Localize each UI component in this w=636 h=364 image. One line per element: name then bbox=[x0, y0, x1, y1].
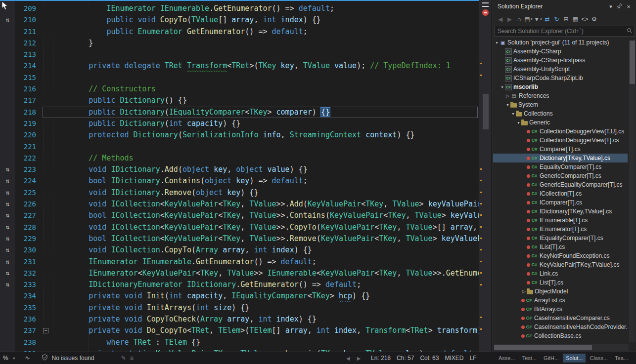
code-text[interactable]: private void Init(int capacity, IEqualit… bbox=[37, 290, 491, 302]
code-line-239[interactable]: ⇅239 private static KeyValuePair<TKey, T… bbox=[0, 348, 491, 352]
code-text[interactable]: private static KeyValuePair<TKey, TValue… bbox=[37, 348, 491, 352]
implements-override-glyph-icon[interactable]: ⇅ bbox=[0, 199, 15, 210]
nav-back-icon[interactable]: ◀ bbox=[346, 356, 350, 361]
code-line-210[interactable]: ⇅210 public void CopyTo(TValue[] array, … bbox=[0, 14, 491, 26]
line-ending-indicator[interactable]: LF bbox=[469, 355, 476, 362]
code-line-233[interactable]: ⇅233 IDictionaryEnumerator IDictionary.G… bbox=[0, 279, 491, 290]
breakpoint-margin[interactable] bbox=[0, 72, 15, 83]
code-text[interactable]: public Enumerator GetEnumerator() => def… bbox=[37, 26, 491, 38]
tree-item[interactable]: C#IEnumerable[T].cs bbox=[493, 216, 628, 225]
code-line-228[interactable]: ⇅228 void ICollection<KeyValuePair<TKey,… bbox=[0, 222, 491, 233]
activity-icon[interactable] bbox=[24, 355, 31, 362]
close-icon[interactable]: × bbox=[624, 3, 633, 10]
view-code-icon[interactable]: <> bbox=[580, 14, 590, 24]
implements-override-glyph-icon[interactable]: ⇅ bbox=[0, 187, 15, 199]
code-text[interactable]: private void Do_CopyTo<TRet, TElem>(TEle… bbox=[37, 325, 491, 336]
breakpoint-margin[interactable] bbox=[0, 107, 15, 118]
tree-item[interactable]: C#ICSharpCode.SharpZipLib bbox=[493, 74, 628, 82]
code-text[interactable]: bool IDictionary.Contains(object key) =>… bbox=[37, 175, 491, 187]
issues-message[interactable]: No issues found bbox=[52, 355, 94, 362]
code-text[interactable]: public void CopyTo(TValue[] array, int i… bbox=[37, 14, 491, 26]
code-text[interactable]: public Dictionary() {} bbox=[37, 95, 491, 106]
tool-window-tab[interactable]: Class... bbox=[587, 354, 611, 363]
tree-item[interactable]: ▾▣Solution 'project-gui' (11 of 11 proje… bbox=[493, 38, 628, 47]
code-line-235[interactable]: 235 private void InitArrays(int size) {} bbox=[0, 302, 491, 314]
code-text[interactable]: void ICollection.CopyTo(Array array, int… bbox=[37, 244, 491, 256]
code-text[interactable]: public Dictionary(int capacity) {} bbox=[37, 118, 491, 129]
tree-item[interactable]: ▾C#mscorlib bbox=[493, 82, 628, 91]
code-text[interactable]: void IDictionary.Add(object key, object … bbox=[37, 164, 491, 175]
switch-views-icon[interactable]: ▤▾ bbox=[524, 14, 533, 24]
code-line-217[interactable]: 217 public Dictionary() {} bbox=[0, 95, 491, 106]
tree-item[interactable]: ▾Generic bbox=[493, 118, 628, 127]
code-line-224[interactable]: ⇅224 bool IDictionary.Contains(object ke… bbox=[0, 175, 491, 187]
code-text[interactable]: void ICollection<KeyValuePair<TKey, TVal… bbox=[37, 222, 491, 233]
tree-item[interactable]: C#BitArray.cs bbox=[493, 305, 628, 314]
breakpoint-margin[interactable] bbox=[0, 337, 15, 348]
code-line-230[interactable]: ⇅230 void ICollection.CopyTo(Array array… bbox=[0, 244, 491, 256]
tree-item[interactable]: C#Comparer[T].cs bbox=[493, 145, 628, 154]
issues-shield-icon[interactable] bbox=[42, 354, 48, 362]
tool-window-tab[interactable]: GitH... bbox=[541, 354, 562, 363]
tree-item[interactable]: C#Assembly-CSharp bbox=[493, 47, 628, 56]
code-text[interactable]: protected Dictionary(SerializationInfo i… bbox=[37, 129, 491, 141]
tool-window-tab[interactable]: Solut... bbox=[563, 354, 586, 363]
tree-item[interactable]: C#IEqualityComparer[T].cs bbox=[493, 234, 628, 243]
breakpoint-margin[interactable] bbox=[0, 325, 15, 336]
split-window-handle-icon[interactable] bbox=[482, 2, 489, 7]
tree-item[interactable]: C#CaseInsensitiveComparer.cs bbox=[493, 314, 628, 323]
tree-item[interactable]: C#CollectionBase.cs bbox=[493, 331, 628, 340]
code-line-211[interactable]: 211 public Enumerator GetEnumerator() =>… bbox=[0, 26, 491, 38]
code-line-225[interactable]: ⇅225 void IDictionary.Remove(object key)… bbox=[0, 187, 491, 199]
nest-files-icon[interactable]: ⊟ bbox=[561, 14, 571, 24]
tree-item[interactable]: C#List[T].cs bbox=[493, 278, 628, 287]
tree-vertical-scrollbar[interactable] bbox=[629, 40, 636, 342]
tree-item[interactable]: C#CaseInsensitiveHashCodeProvider.cs bbox=[493, 323, 628, 331]
tree-item[interactable]: ▾System bbox=[493, 100, 628, 109]
code-editor[interactable]: 209 IEnumerator IEnumerable.GetEnumerato… bbox=[0, 0, 491, 352]
column-indicator[interactable]: Col: 63 bbox=[420, 355, 439, 362]
tool-window-tab[interactable]: Tea... bbox=[612, 354, 631, 363]
home-icon[interactable]: ⌂ bbox=[514, 14, 524, 24]
code-text[interactable]: // Methods bbox=[37, 153, 491, 164]
expanded-arrow-icon[interactable]: ▾ bbox=[494, 40, 500, 45]
implements-override-glyph-icon[interactable]: ⇅ bbox=[0, 175, 15, 187]
scrollbar-thumb[interactable] bbox=[494, 345, 592, 350]
code-text[interactable]: } bbox=[37, 38, 491, 49]
code-text[interactable]: bool ICollection<KeyValuePair<TKey, TVal… bbox=[37, 233, 491, 244]
tree-item[interactable]: C#CollectionDebuggerView[T].cs bbox=[493, 136, 628, 145]
code-text[interactable]: // Constructors bbox=[37, 83, 491, 95]
code-text[interactable]: private void InitArrays(int size) {} bbox=[37, 302, 491, 314]
code-line-218[interactable]: 218 public Dictionary(IEqualityComparer<… bbox=[0, 107, 491, 118]
breakpoint-margin[interactable] bbox=[0, 95, 15, 106]
code-line-238[interactable]: 238 where TRet : TElem {} bbox=[0, 337, 491, 348]
code-line-214[interactable]: 214 private delegate TRet Transform<TRet… bbox=[0, 60, 491, 72]
code-line-227[interactable]: ⇅227 bool ICollection<KeyValuePair<TKey,… bbox=[0, 210, 491, 221]
encoding-indicator[interactable]: MIXED bbox=[445, 355, 463, 362]
code-line-212[interactable]: 212 } bbox=[0, 38, 491, 49]
code-text[interactable]: private delegate TRet Transform<TRet>(TK… bbox=[37, 60, 491, 72]
expanded-arrow-icon[interactable]: ▾ bbox=[516, 121, 521, 125]
code-text[interactable]: IEnumerator<KeyValuePair<TKey, TValue>> … bbox=[37, 268, 491, 279]
document-health-error-icon[interactable] bbox=[482, 9, 489, 16]
code-line-215[interactable]: 215 bbox=[0, 72, 491, 83]
code-line-221[interactable]: 221 bbox=[0, 141, 491, 153]
tree-item[interactable]: C#ICollection[T].cs bbox=[493, 189, 628, 198]
implements-override-glyph-icon[interactable]: ⇅ bbox=[0, 164, 15, 175]
tree-item[interactable]: C#GenericComparer[T].cs bbox=[493, 171, 628, 180]
code-line-223[interactable]: ⇅223 void IDictionary.Add(object key, ob… bbox=[0, 164, 491, 175]
code-line-213[interactable]: 213 bbox=[0, 49, 491, 60]
expanded-arrow-icon[interactable]: ▾ bbox=[505, 103, 510, 107]
breakpoint-margin[interactable] bbox=[0, 49, 15, 60]
sync-with-active-document-icon[interactable]: ⇄ bbox=[543, 14, 552, 24]
code-line-209[interactable]: 209 IEnumerator IEnumerable.GetEnumerato… bbox=[0, 3, 491, 14]
tool-window-tab[interactable]: Asse... bbox=[496, 354, 518, 363]
scrollbar-thumb[interactable] bbox=[483, 94, 489, 129]
breakpoint-margin[interactable] bbox=[0, 141, 15, 153]
breakpoint-margin[interactable] bbox=[0, 26, 15, 38]
search-icon[interactable] bbox=[625, 27, 635, 36]
filter-icon[interactable]: ▼▾ bbox=[533, 14, 543, 24]
code-line-231[interactable]: ⇅231 IEnumerator IEnumerable.GetEnumerat… bbox=[0, 256, 491, 268]
breakpoint-margin[interactable] bbox=[0, 118, 15, 129]
search-input[interactable] bbox=[495, 28, 625, 35]
